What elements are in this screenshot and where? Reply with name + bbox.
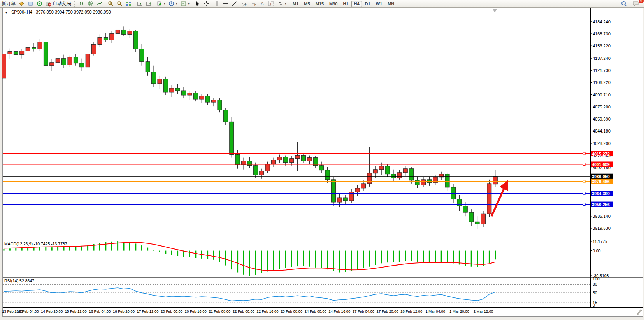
time-tick-label: 23 Feb 08:00 bbox=[281, 309, 302, 313]
auto-trading-button[interactable]: 自动交易 bbox=[44, 0, 73, 7]
price-tick-label: 4168.730 bbox=[593, 31, 611, 36]
chart-ohlc-values: 3976.050 3994.750 3972.050 3986.050 bbox=[36, 10, 111, 14]
time-tick-label: 27 Feb 20:00 bbox=[377, 309, 398, 313]
svg-text:4015.272: 4015.272 bbox=[592, 152, 610, 156]
time-tick-label: 16 Feb 20:00 bbox=[113, 309, 135, 313]
price-tick-label: 3935.140 bbox=[593, 214, 611, 219]
chart-symbol-timeframe: SP500-,H4 bbox=[11, 10, 32, 14]
time-tick-label: 16 Feb 04:00 bbox=[89, 309, 111, 313]
notifications-button[interactable]: 1 bbox=[631, 0, 641, 7]
new-order-label: 新订单 bbox=[2, 0, 16, 7]
tile-windows-icon[interactable] bbox=[124, 0, 133, 7]
timeframe-H1[interactable]: H1 bbox=[340, 1, 351, 7]
svg-text:4001.609: 4001.609 bbox=[592, 162, 610, 167]
auto-scroll-icon[interactable] bbox=[135, 0, 144, 7]
time-tick-label: 27 Feb 04:00 bbox=[353, 309, 374, 313]
line-chart-icon[interactable] bbox=[95, 0, 104, 7]
timeframe-M15[interactable]: M15 bbox=[313, 1, 326, 7]
market-watch-icon[interactable] bbox=[17, 0, 26, 7]
svg-text:T: T bbox=[270, 2, 272, 6]
timeframe-M5[interactable]: M5 bbox=[301, 1, 312, 7]
time-tick-label: 14 Feb 20:00 bbox=[41, 309, 63, 313]
time-tick-label: 1 Mar 04:00 bbox=[425, 309, 445, 313]
rsi-tick-label: 80 bbox=[593, 282, 597, 287]
time-tick-label: 14 Feb 04:00 bbox=[17, 309, 39, 313]
svg-text:3979.466: 3979.466 bbox=[592, 179, 610, 184]
chart-title-caret-icon: ▼ bbox=[5, 11, 8, 14]
price-tick-label: 4137.240 bbox=[593, 56, 611, 61]
main-toolbar: 新订单 自动交易 bbox=[0, 0, 644, 8]
auto-trading-label: 自动交易 bbox=[53, 0, 71, 7]
crosshair-icon[interactable] bbox=[202, 0, 211, 7]
depth-of-market-icon[interactable] bbox=[26, 0, 35, 7]
cursor-icon[interactable] bbox=[193, 0, 202, 7]
notification-badge: 1 bbox=[639, 0, 644, 3]
macd-indicator-label: MACD(12,26,9) -10.7425 -13.7787 bbox=[4, 241, 67, 246]
search-icon[interactable] bbox=[619, 0, 629, 7]
new-order-button[interactable]: 新订单 bbox=[0, 0, 17, 7]
equidistant-channel-icon[interactable]: E bbox=[239, 0, 249, 7]
price-tick-label: 4028.200 bbox=[593, 141, 611, 146]
chart-canvas[interactable]: 4184.2404168.7304153.2204137.2404121.730… bbox=[0, 0, 644, 320]
rsi-tick-label: 100 bbox=[593, 276, 600, 281]
timeframes-menu-button[interactable]: ▾ bbox=[167, 0, 179, 7]
zoom-out-icon[interactable] bbox=[115, 0, 124, 7]
time-tick-label: 1 Mar 20:00 bbox=[449, 309, 469, 313]
time-tick-label: 17 Feb 12:00 bbox=[137, 309, 159, 313]
chart-title[interactable]: ▼ SP500-,H4 3976.050 3994.750 3972.050 3… bbox=[5, 10, 111, 14]
time-tick-label: 21 Feb 08:00 bbox=[209, 309, 230, 313]
mt5-window: 新订单 自动交易 bbox=[0, 0, 644, 320]
text-icon[interactable]: A bbox=[258, 0, 267, 7]
svg-text:3964.390: 3964.390 bbox=[592, 191, 610, 196]
price-tick-label: 4121.730 bbox=[593, 68, 611, 73]
bar-chart-icon[interactable] bbox=[77, 0, 86, 7]
timeframe-M30[interactable]: M30 bbox=[326, 1, 340, 7]
time-tick-label: 2 Mar 12:00 bbox=[474, 309, 493, 313]
svg-text:3950.256: 3950.256 bbox=[592, 202, 610, 207]
vertical-line-icon[interactable] bbox=[213, 0, 221, 7]
fibonacci-icon[interactable]: F bbox=[249, 0, 258, 7]
macd-tick-label: 0.00 bbox=[593, 248, 601, 253]
time-tick-label: 20 Feb 00:00 bbox=[161, 309, 182, 313]
trendline-icon[interactable] bbox=[230, 0, 239, 7]
rsi-tick-label: 50 bbox=[593, 290, 597, 295]
zoom-in-icon[interactable] bbox=[106, 0, 115, 7]
price-tick-label: 4075.200 bbox=[593, 105, 611, 109]
arrows-icon[interactable]: ▾ bbox=[276, 0, 288, 7]
rsi-indicator-label: RSI(14) 52.8647 bbox=[4, 278, 34, 283]
svg-text:3986.050: 3986.050 bbox=[592, 174, 610, 179]
price-tick-label: 4044.180 bbox=[593, 129, 611, 133]
time-tick-label: 22 Feb 16:00 bbox=[257, 309, 279, 313]
timeframe-W1[interactable]: W1 bbox=[373, 1, 385, 7]
timeframe-H4[interactable]: H4 bbox=[351, 1, 362, 7]
horizontal-line-icon[interactable] bbox=[221, 0, 230, 7]
timeframe-bar: M1M5M15M30H1H4D1W1MN bbox=[290, 1, 397, 7]
time-tick-label: 22 Feb 00:00 bbox=[233, 309, 254, 313]
price-tick-label: 4106.220 bbox=[593, 80, 611, 85]
time-tick-label: 24 Feb 00:00 bbox=[305, 309, 326, 313]
svg-text:E: E bbox=[245, 4, 247, 7]
candlestick-chart-icon[interactable] bbox=[86, 0, 95, 7]
text-label-icon[interactable]: T bbox=[267, 0, 276, 7]
price-tick-label: 4184.240 bbox=[593, 19, 611, 24]
time-tick-label: 15 Feb 12:00 bbox=[65, 309, 87, 313]
svg-text:A: A bbox=[261, 1, 264, 7]
time-tick-label: 28 Feb 12:00 bbox=[400, 309, 422, 313]
svg-text:F: F bbox=[254, 4, 256, 7]
templates-button[interactable]: ▾ bbox=[179, 0, 191, 7]
timeframe-M1[interactable]: M1 bbox=[290, 1, 301, 7]
time-tick-label: 20 Feb 16:00 bbox=[185, 309, 207, 313]
macd-tick-label: 11.1775 bbox=[593, 239, 607, 244]
price-tick-label: 4059.690 bbox=[593, 117, 611, 121]
price-tick-label: 4153.220 bbox=[593, 44, 611, 48]
price-tick-label: 4090.710 bbox=[593, 93, 611, 97]
price-tick-label: 3919.630 bbox=[593, 226, 611, 231]
add-indicator-button[interactable]: ▾ bbox=[155, 0, 167, 7]
timeframe-D1[interactable]: D1 bbox=[362, 1, 373, 7]
timeframe-MN[interactable]: MN bbox=[385, 1, 397, 7]
community-icon[interactable] bbox=[35, 0, 44, 7]
time-tick-label: 24 Feb 16:00 bbox=[328, 309, 350, 313]
rsi-tick-label: 0 bbox=[593, 303, 595, 308]
chart-shift-icon[interactable] bbox=[144, 0, 153, 7]
